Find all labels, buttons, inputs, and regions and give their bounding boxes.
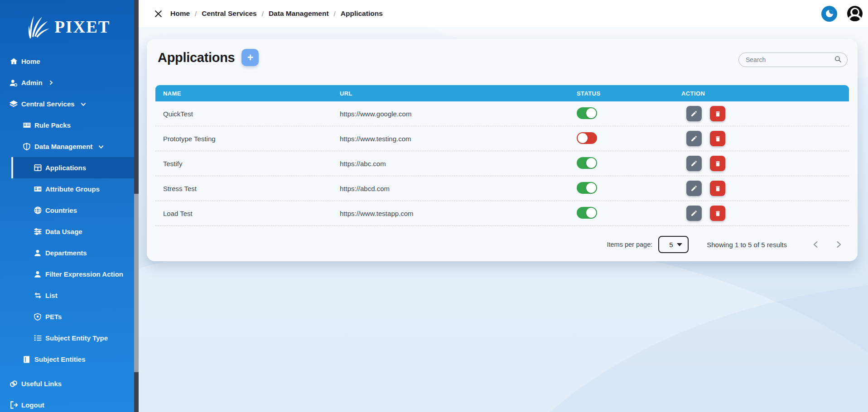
cell-actions — [674, 206, 849, 221]
status-toggle[interactable] — [577, 182, 597, 194]
items-per-page-label: Items per page: — [607, 241, 652, 248]
sidebar-scrollbar-thumb[interactable] — [134, 194, 139, 372]
sidebar-item-applications[interactable]: Applications — [11, 157, 134, 178]
sidebar-item-subject-entities[interactable]: Subject Entities — [0, 349, 134, 370]
edit-button[interactable] — [686, 131, 702, 146]
column-header-status: STATUS — [569, 90, 674, 97]
sidebar-item-central-services[interactable]: Central Services — [0, 93, 134, 115]
next-page-button[interactable] — [833, 239, 844, 250]
edit-button[interactable] — [686, 181, 702, 196]
layers-icon — [9, 100, 18, 109]
cell-url: https://abcd.com — [332, 185, 569, 192]
chevron-right-icon — [48, 80, 54, 86]
user-avatar[interactable] — [847, 6, 863, 21]
close-icon[interactable] — [153, 9, 163, 19]
breadcrumb-separator: / — [334, 10, 336, 18]
sidebar-item-filter-expression-action[interactable]: Filter Expression Action — [0, 263, 134, 285]
cell-url: https://www.testapp.com — [332, 210, 569, 217]
cell-actions — [674, 106, 849, 121]
sidebar-item-departments[interactable]: Departments — [0, 242, 134, 263]
table-header-row: NAME URL STATUS ACTION — [155, 85, 849, 101]
items-per-page-value: 5 — [669, 241, 673, 249]
sidebar-item-home[interactable]: Home — [0, 51, 134, 72]
edit-button[interactable] — [686, 106, 702, 121]
breadcrumb-separator: / — [195, 10, 197, 18]
status-toggle[interactable] — [577, 207, 597, 219]
delete-button[interactable] — [710, 156, 725, 171]
column-header-url: URL — [332, 90, 569, 97]
sidebar-item-subject-entity-type[interactable]: Subject Entity Type — [0, 327, 134, 349]
breadcrumb-data-management[interactable]: Data Management — [269, 10, 329, 18]
delete-button[interactable] — [710, 206, 725, 221]
book-icon — [22, 355, 31, 364]
admin-person-icon — [9, 78, 18, 87]
cell-name: Load Test — [155, 210, 332, 217]
edit-button[interactable] — [686, 206, 702, 221]
page-background: Applications + NAME URL STATUS ACTION Qu… — [139, 27, 868, 412]
brand-name: PIXET — [54, 17, 110, 37]
sidebar-item-list[interactable]: List — [0, 285, 134, 306]
card-header: Applications + — [158, 49, 259, 66]
card-list-icon — [22, 121, 31, 130]
sidebar-item-label: Subject Entity Type — [45, 334, 108, 342]
sidebar-item-label: Home — [21, 57, 40, 65]
sidebar-item-label: Rule Packs — [34, 121, 71, 129]
sidebar-item-label: Attribute Groups — [45, 185, 100, 193]
sidebar-item-attribute-groups[interactable]: Attribute Groups — [0, 178, 134, 200]
search-input[interactable] — [746, 56, 834, 63]
sidebar-item-admin[interactable]: Admin — [0, 72, 134, 93]
brand-logo[interactable]: PIXET — [0, 0, 134, 51]
sidebar-item-useful-links[interactable]: Useful Links — [0, 373, 134, 394]
sidebar-item-label: Central Services — [21, 100, 75, 108]
table-row: Prototype Testing https://www.testing.co… — [155, 126, 849, 151]
breadcrumb: Home / Central Services / Data Managemen… — [170, 10, 383, 18]
column-header-name: NAME — [155, 90, 332, 97]
cell-url: https://www.google.com — [332, 110, 569, 118]
brand-leaf-icon — [24, 12, 52, 41]
sidebar-item-label: Useful Links — [21, 380, 62, 388]
dark-mode-toggle[interactable] — [821, 6, 837, 22]
status-toggle[interactable] — [577, 132, 597, 144]
items-per-page-select[interactable]: 5 — [658, 236, 689, 253]
sidebar-item-countries[interactable]: Countries — [0, 200, 134, 221]
sidebar-scrollbar[interactable] — [134, 0, 139, 412]
sidebar-item-label: List — [45, 292, 58, 299]
delete-button[interactable] — [710, 181, 725, 196]
edit-button[interactable] — [686, 156, 702, 171]
id-card-icon — [33, 185, 42, 194]
sidebar-item-label: Data Usage — [45, 228, 82, 235]
breadcrumb-home[interactable]: Home — [170, 10, 190, 18]
delete-button[interactable] — [710, 131, 725, 146]
sidebar-item-label: Filter Expression Action — [45, 270, 123, 278]
breadcrumb-central-services[interactable]: Central Services — [202, 10, 257, 18]
sidebar: PIXET Home Admin Central Services — [0, 0, 134, 412]
topbar-actions — [821, 6, 863, 22]
sidebar-item-rule-packs[interactable]: Rule Packs — [0, 115, 134, 136]
cell-url: https://abc.com — [332, 160, 569, 168]
sidebar-item-logout[interactable]: Logout — [0, 394, 134, 412]
add-application-button[interactable]: + — [241, 49, 259, 66]
person-icon — [33, 249, 42, 258]
sidebar-item-pets[interactable]: PETs — [0, 306, 134, 327]
previous-page-button[interactable] — [810, 239, 821, 250]
cell-actions — [674, 156, 849, 171]
results-summary: Showing 1 to 5 of 5 results — [707, 241, 787, 249]
breadcrumb-separator: / — [262, 10, 264, 18]
applications-table: NAME URL STATUS ACTION QuickTest https:/… — [155, 85, 849, 226]
breadcrumb-applications[interactable]: Applications — [341, 10, 383, 18]
swap-arrows-icon — [33, 291, 42, 300]
sidebar-item-data-management[interactable]: Data Management — [0, 136, 134, 157]
link-icon — [9, 379, 18, 388]
applications-card: Applications + NAME URL STATUS ACTION Qu… — [147, 39, 858, 261]
sidebar-item-data-usage[interactable]: Data Usage — [0, 221, 134, 242]
logout-icon — [9, 401, 18, 410]
status-toggle[interactable] — [577, 157, 597, 169]
delete-button[interactable] — [710, 106, 725, 121]
table-row: Stress Test https://abcd.com — [155, 176, 849, 201]
cell-name: Testify — [155, 160, 332, 168]
status-toggle[interactable] — [577, 107, 597, 119]
nav-section-spacer — [0, 370, 134, 373]
chevron-down-icon — [80, 101, 87, 107]
sliders-icon — [33, 227, 42, 236]
sidebar-item-label: Logout — [21, 401, 44, 409]
